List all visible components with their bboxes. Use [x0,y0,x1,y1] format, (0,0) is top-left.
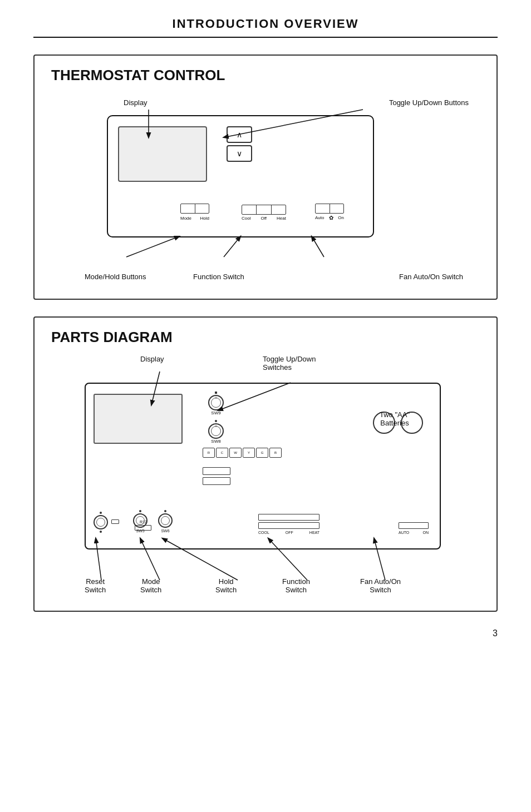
tc-fan-labels: Auto ✿ On [315,215,344,221]
pd-reset-switch-area [94,512,118,533]
pd-sw8[interactable]: ○ [208,423,224,439]
label-hold: Hold [200,216,209,221]
tc-function-switch-area: Cool Off Heat [242,205,286,221]
label-off-sm: OFF [286,531,293,534]
pd-term-y: Y [243,448,255,458]
pd-fan-labels: AUTO ON [399,531,429,534]
pd-term-b: B [269,448,282,458]
thermostat-diagram: Display Toggle Up/Down Buttons ∧ ∨ Mode … [51,93,480,282]
pd-mode-sw[interactable] [133,513,148,528]
tc-auto [316,204,330,213]
pd-term-g: G [256,448,268,458]
label-on-sm: ON [423,531,429,534]
tc-function-switch[interactable] [242,205,286,215]
tc-heat [272,205,286,214]
tc-display [118,126,207,182]
pd-sw9-item: ○ SW9 [208,392,224,415]
label-display-tc: Display [124,98,148,107]
label-cool: Cool [242,216,250,221]
tc-on [330,204,344,213]
pd-sw5: SW5 [136,529,144,533]
pd-func-btn-2[interactable] [203,477,230,485]
page-number: 3 [33,628,498,638]
tc-toggle-buttons: ∧ ∨ [225,126,254,162]
pd-term-r: R [203,448,215,458]
label-on: On [338,215,344,220]
pd-label-mode-bottom: Mode Switch [140,577,161,594]
label-heat: Heat [277,216,286,221]
label-fan-bottom: Fan Auto/On Switch [399,273,463,281]
label-cool-sm: COOL [258,531,269,534]
label-auto-sm: AUTO [399,531,409,534]
pd-terminal-block: R C W Y G B [203,448,282,458]
tc-fan-switch[interactable] [315,204,344,214]
parts-title: PARTS DIAGRAM [51,329,480,346]
pd-func-cool-off-heat-2[interactable] [258,522,319,529]
tc-mode-hold-switch[interactable] [180,204,209,214]
label-auto: Auto [315,215,324,220]
page-title: INTRODUCTION OVERVIEW [33,17,498,31]
fan-icon: ✿ [329,215,333,221]
tc-switch-hold [195,204,209,213]
pd-sw8-item: ○ SW8 [208,420,224,444]
pd-toggle-switches: ○ SW9 ○ SW8 [208,392,224,444]
title-divider [33,37,498,38]
pd-fan-switch-bottom: AUTO ON [399,522,429,534]
label-heat-sm: HEAT [309,531,319,534]
pd-reset-sw[interactable] [94,515,108,529]
svg-line-4 [312,236,324,257]
label-off: Off [261,216,267,221]
pd-sw9-label: SW9 [211,410,220,415]
label-mode: Mode [180,216,191,221]
pd-label-fan-bottom: Fan Auto/On Switch [360,577,401,594]
pd-sw9[interactable]: ○ [208,395,224,410]
pd-label-function-bottom: Function Switch [282,577,310,594]
thermostat-control-section: THERMOSTAT CONTROL Display Toggle Up/Dow… [33,55,498,300]
tc-toggle-down[interactable]: ∨ [227,145,252,162]
tc-cool [242,205,257,214]
label-modehold-bottom: Mode/Hold Buttons [85,273,146,281]
pd-display [94,394,183,444]
pd-function-switch-bottom: COOL OFF HEAT [258,514,319,534]
tc-mode-hold-labels: Mode Hold [180,216,209,221]
parts-diagram-section: PARTS DIAGRAM Display Toggle Up/Down Swi… [33,316,498,612]
tc-function-labels: Cool Off Heat [242,216,286,221]
tc-device-body: ∧ ∨ Mode Hold [107,115,374,237]
parts-diagram-area: ○ SW9 ○ SW8 [51,355,480,594]
tc-mode-hold-switch-area: Mode Hold [180,204,209,221]
pd-func-labels: COOL OFF HEAT [258,531,319,534]
svg-line-2 [126,236,179,257]
svg-line-3 [224,236,240,257]
pd-hold-switch-area: SW6 [158,510,173,533]
label-function-bottom: Function Switch [193,273,244,281]
pd-hold-sw[interactable] [158,513,173,528]
tc-toggle-up[interactable]: ∧ [227,126,252,143]
pd-label-hold-bottom: Hold Switch [215,577,237,594]
pd-sw8-label: SW8 [211,439,220,444]
thermostat-title: THERMOSTAT CONTROL [51,67,480,84]
pd-term-c: C [216,448,228,458]
pd-function-switch-upper [203,467,230,485]
pd-func-cool-off-heat-1[interactable] [258,514,319,521]
pd-mode-switch-area: SW5 [133,510,148,533]
pd-term-w: W [229,448,242,458]
pd-device-body: ○ SW9 ○ SW8 [85,383,441,549]
pd-sw6: SW6 [161,529,169,533]
tc-switch-mode [181,204,195,213]
pd-label-reset-bottom: Reset Switch [85,577,106,594]
label-toggle-tc: Toggle Up/Down Buttons [389,98,469,107]
tc-off [257,205,271,214]
pd-func-btn-1[interactable] [203,467,230,475]
tc-fan-switch-area: Auto ✿ On [315,204,344,221]
pd-label-batteries: Two "AA" Batteries [380,410,410,427]
pd-fan-auto-on-1[interactable] [399,522,429,529]
